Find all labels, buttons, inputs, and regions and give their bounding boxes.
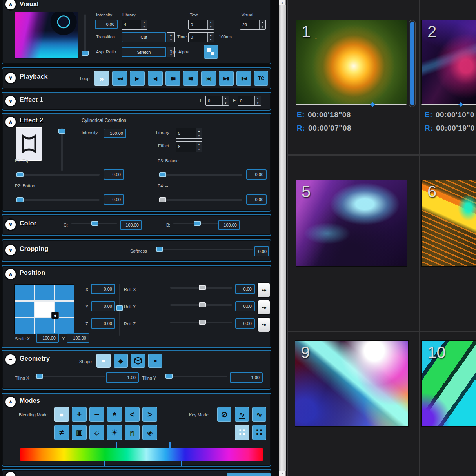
asp-ratio-dropdown[interactable]: Stretch <box>122 47 166 57</box>
spin-down-icon[interactable]: ▼ <box>167 37 174 42</box>
spin-up-icon[interactable]: ▲ <box>208 20 214 25</box>
hue-gradient-bar[interactable] <box>20 448 263 461</box>
p1-slider[interactable] <box>16 172 100 178</box>
spin-down-icon[interactable]: ▼ <box>260 25 265 29</box>
grid-cell[interactable] <box>15 302 34 317</box>
position-vslider[interactable] <box>116 284 123 336</box>
loop-forward-button[interactable]: » <box>94 71 109 86</box>
collapse-button[interactable]: ∨ <box>5 245 16 255</box>
slider-handle[interactable] <box>82 51 89 56</box>
media-cell-1-level-meter[interactable] <box>409 20 416 107</box>
rot-z-value[interactable]: 0.00 <box>235 318 255 329</box>
gradient-tick-top[interactable] <box>169 442 171 448</box>
blend-multiply-button[interactable]: * <box>107 407 122 422</box>
shape-cube-button[interactable] <box>131 354 145 368</box>
effect2-effect-spinner[interactable]: 8 ▲▼ <box>176 141 202 152</box>
blend-subtract-button[interactable]: − <box>89 407 104 422</box>
spin-up-icon[interactable]: ▲ <box>196 142 202 147</box>
slider-handle[interactable] <box>159 172 166 177</box>
p2-value[interactable]: 0.00 <box>104 194 124 205</box>
brightness-slider[interactable] <box>173 220 218 227</box>
scrub-position-marker[interactable] <box>458 102 463 107</box>
p3-slider[interactable] <box>159 172 242 178</box>
grid-cell[interactable] <box>15 318 34 334</box>
spin-down-icon[interactable]: ▼ <box>208 37 214 42</box>
position-grid-widget[interactable] <box>14 284 74 334</box>
rewind-button[interactable]: ◀◀ <box>112 71 127 86</box>
gradient-tick-top[interactable] <box>116 442 117 448</box>
grid-cell[interactable] <box>35 285 54 300</box>
rot-y-reset-button[interactable]: ●◆ <box>257 300 271 315</box>
visual-preview-thumbnail[interactable] <box>15 12 78 59</box>
slider-handle[interactable] <box>36 374 43 379</box>
library-spinner[interactable]: 4 ▲▼ <box>122 20 147 30</box>
media-cell-1-scrub-bar[interactable] <box>296 103 407 107</box>
rot-y-value[interactable]: 0.00 <box>235 301 255 311</box>
rot-z-slider[interactable] <box>170 319 232 325</box>
media-cell-1-thumbnail[interactable]: 1 <box>296 20 407 104</box>
tiling-y-slider[interactable] <box>165 373 227 380</box>
p3-value[interactable]: 0.00 <box>246 169 267 180</box>
blend-glow-hard-button[interactable]: ☀ <box>107 425 122 440</box>
timecode-button[interactable]: TC <box>254 71 268 86</box>
spin-down-icon[interactable]: ▼ <box>196 147 202 152</box>
blend-center-burst-button[interactable]: |*| <box>125 425 140 440</box>
slider-handle[interactable] <box>199 302 206 307</box>
e-spinner[interactable]: 0 ▲▼ <box>238 96 261 106</box>
effect2-intensity-vslider[interactable] <box>58 128 65 171</box>
collapse-button[interactable]: ∧ <box>5 117 16 127</box>
media-cell-6-thumbnail[interactable]: 6 <box>421 180 476 267</box>
scroll-up-button[interactable]: ▲ <box>279 0 286 5</box>
key-luma-inverse-button[interactable]: ∿ <box>252 407 266 422</box>
go-to-start-button[interactable]: ▮◀ <box>236 71 251 86</box>
brightness-value[interactable]: 100.00 <box>218 220 240 230</box>
grid-cell[interactable] <box>35 318 54 334</box>
spin-up-icon[interactable]: ▲ <box>223 96 229 101</box>
collapse-button[interactable]: ∧ <box>5 269 16 279</box>
collapse-button[interactable]: − <box>5 354 16 365</box>
spin-up-icon[interactable]: ▲ <box>255 96 261 101</box>
grid-cell[interactable] <box>55 318 74 334</box>
collapse-button[interactable]: ∧ <box>5 0 16 9</box>
p1-value[interactable]: 0.00 <box>104 169 124 180</box>
blend-lighten-button[interactable]: > <box>142 407 157 422</box>
p4-slider[interactable] <box>159 197 242 203</box>
contrast-slider[interactable] <box>71 220 117 227</box>
effect-preview-button[interactable] <box>16 127 42 161</box>
softness-value[interactable]: 0.00 <box>254 246 269 256</box>
shape-square-button[interactable]: ■ <box>96 354 111 368</box>
position-anchor-handle[interactable]: ◆ <box>52 312 58 319</box>
slider-handle[interactable] <box>199 320 206 325</box>
blend-difference-button[interactable]: ≠ <box>54 425 69 440</box>
rot-x-slider[interactable] <box>170 285 232 291</box>
slider-handle[interactable] <box>156 247 163 252</box>
intensity-value[interactable]: 100.00 <box>104 129 126 138</box>
slider-handle[interactable] <box>16 172 24 177</box>
l-spinner[interactable]: 0 ▲▼ <box>205 96 229 106</box>
shape-circle-button[interactable]: ● <box>148 354 162 368</box>
spin-up-icon[interactable]: ▲ <box>141 20 147 25</box>
spin-down-icon[interactable]: ▼ <box>223 101 229 105</box>
media-cell-2-scrub-bar[interactable] <box>421 103 476 107</box>
visual-number-spinner[interactable]: 29 ▲▼ <box>240 20 266 30</box>
scroll-down-button[interactable]: ▼ <box>279 471 286 476</box>
scale-y-value[interactable]: 100.00 <box>67 333 89 343</box>
spin-up-icon[interactable]: ▲ <box>260 20 265 25</box>
grid-cell[interactable] <box>15 285 34 300</box>
ign-alpha-toggle[interactable] <box>204 45 218 59</box>
slider-handle[interactable] <box>199 285 206 290</box>
ping-pong-button[interactable]: |◆| <box>201 71 216 86</box>
collapse-button[interactable]: ∨ <box>5 220 16 230</box>
rot-z-reset-button[interactable]: ●◆ <box>257 317 271 332</box>
shape-diamond-button[interactable]: ◆ <box>114 354 128 368</box>
collapse-button[interactable]: ∧ <box>5 397 16 407</box>
blend-normal-button[interactable]: ■ <box>54 407 69 422</box>
slider-handle[interactable] <box>91 221 98 226</box>
intensity-value[interactable]: 0.00 <box>95 20 118 29</box>
collapse-button[interactable]: ∨ <box>5 73 16 83</box>
blend-mask-button[interactable]: ▣ <box>72 425 87 440</box>
scale-x-value[interactable]: 100.00 <box>36 333 59 343</box>
rot-y-slider[interactable] <box>170 302 232 308</box>
spin-down-icon[interactable]: ▼ <box>255 101 261 105</box>
gradient-tick-bottom[interactable] <box>181 461 182 466</box>
